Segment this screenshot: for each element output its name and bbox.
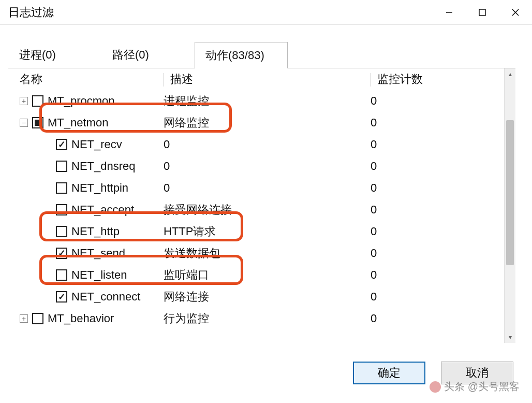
expand-icon[interactable]: + (20, 97, 28, 105)
scroll-down-icon[interactable]: ▾ (505, 332, 516, 343)
tab-path[interactable]: 路径(0) (101, 41, 195, 68)
ok-button[interactable]: 确定 (353, 362, 425, 384)
table-row[interactable]: NET_send发送数据包0 (8, 242, 504, 264)
cell-name: NET_send (8, 247, 164, 260)
checkbox[interactable] (56, 139, 67, 150)
maximize-icon (479, 9, 486, 16)
cell-desc: 网络连接 (164, 289, 371, 305)
cell-count: 0 (371, 94, 490, 108)
checkbox[interactable] (56, 204, 67, 215)
cell-count: 0 (371, 290, 490, 304)
cell-count: 0 (371, 116, 490, 129)
row-name-label: NET_listen (71, 268, 127, 282)
rows-container: +MT_procmon进程监控0−MT_netmon网络监控0NET_recv0… (8, 90, 504, 329)
row-name-label: NET_recv (71, 138, 122, 151)
cell-name: NET_listen (8, 268, 164, 282)
expander-spacer (43, 140, 52, 149)
collapse-icon[interactable]: − (20, 119, 28, 127)
cancel-button[interactable]: 取消 (441, 362, 513, 384)
cell-name: +MT_behavior (8, 312, 164, 325)
cell-count: 0 (371, 138, 490, 151)
checkbox[interactable] (32, 117, 43, 128)
cell-name: NET_accept (8, 203, 164, 217)
window-controls (433, 0, 532, 24)
checkbox[interactable] (56, 226, 67, 237)
table-row[interactable]: NET_connect网络连接0 (8, 286, 504, 308)
expander-spacer (43, 162, 52, 170)
cell-count: 0 (371, 312, 490, 325)
expander-spacer (43, 206, 52, 214)
table-row[interactable]: NET_dnsreq00 (8, 155, 504, 177)
expand-icon[interactable]: + (20, 314, 28, 323)
filter-list: 名称 描述 监控计数 +MT_procmon进程监控0−MT_netmon网络监… (8, 68, 515, 343)
tab-strip: 进程(0) 路径(0) 动作(83/83) (8, 41, 515, 68)
checkbox[interactable] (56, 182, 67, 194)
scroll-thumb[interactable] (506, 120, 514, 265)
minimize-icon (446, 9, 453, 16)
table-row[interactable]: NET_listen监听端口0 (8, 264, 504, 286)
checkbox[interactable] (56, 291, 67, 303)
row-name-label: NET_http (71, 225, 120, 238)
cell-name: NET_dnsreq (8, 160, 164, 173)
cell-count: 0 (371, 247, 490, 260)
row-name-label: NET_send (71, 247, 125, 260)
header-count[interactable]: 监控计数 (371, 71, 490, 87)
expander-spacer (43, 271, 52, 279)
vertical-scrollbar[interactable]: ▴ ▾ (504, 68, 515, 343)
row-name-label: NET_accept (71, 203, 134, 217)
column-headers: 名称 描述 监控计数 (8, 68, 504, 90)
table-row[interactable]: NET_recv00 (8, 134, 504, 155)
cell-count: 0 (371, 160, 490, 173)
row-name-label: NET_httpin (71, 181, 128, 195)
checkbox[interactable] (32, 95, 43, 107)
row-name-label: MT_behavior (48, 312, 114, 325)
table-row[interactable]: NET_httpin00 (8, 177, 504, 199)
table-row[interactable]: −MT_netmon网络监控0 (8, 112, 504, 134)
row-name-label: MT_netmon (48, 116, 108, 129)
table-row[interactable]: +MT_behavior行为监控0 (8, 308, 504, 329)
tab-process[interactable]: 进程(0) (8, 41, 101, 68)
cell-name: NET_httpin (8, 181, 164, 195)
window-title: 日志过滤 (8, 5, 54, 20)
cell-name: +MT_procmon (8, 94, 164, 108)
cell-desc: HTTP请求 (164, 224, 371, 239)
expander-spacer (43, 249, 52, 257)
cell-desc: 网络监控 (164, 115, 371, 131)
cell-count: 0 (371, 268, 490, 282)
checkbox[interactable] (56, 161, 67, 172)
close-icon (512, 9, 519, 16)
cell-name: NET_recv (8, 138, 164, 151)
table-row[interactable]: +MT_procmon进程监控0 (8, 90, 504, 112)
maximize-button[interactable] (466, 0, 499, 25)
cell-desc: 0 (164, 181, 371, 195)
cell-desc: 接受网络连接 (164, 202, 371, 218)
header-name[interactable]: 名称 (8, 71, 164, 87)
checkbox[interactable] (32, 313, 43, 324)
cell-desc: 发送数据包 (164, 246, 371, 261)
table-row[interactable]: NET_httpHTTP请求0 (8, 221, 504, 242)
close-button[interactable] (499, 0, 532, 25)
cell-desc: 0 (164, 160, 371, 173)
header-desc[interactable]: 描述 (164, 71, 371, 87)
cell-desc: 监听端口 (164, 267, 371, 283)
table-row[interactable]: NET_accept接受网络连接0 (8, 199, 504, 221)
cell-count: 0 (371, 225, 490, 238)
row-name-label: NET_dnsreq (71, 160, 136, 173)
cell-desc: 0 (164, 138, 371, 151)
cell-count: 0 (371, 203, 490, 217)
cell-name: NET_http (8, 225, 164, 238)
cell-name: −MT_netmon (8, 116, 164, 129)
scroll-up-icon[interactable]: ▴ (505, 68, 516, 80)
row-name-label: NET_connect (71, 290, 140, 304)
cell-count: 0 (371, 181, 490, 195)
tab-action[interactable]: 动作(83/83) (195, 42, 288, 68)
row-name-label: MT_procmon (48, 94, 115, 108)
cell-desc: 行为监控 (164, 311, 371, 326)
cell-name: NET_connect (8, 290, 164, 304)
minimize-button[interactable] (433, 0, 466, 25)
checkbox[interactable] (56, 269, 67, 281)
cell-desc: 进程监控 (164, 93, 371, 109)
expander-spacer (43, 184, 52, 192)
checkbox[interactable] (56, 248, 67, 259)
expander-spacer (43, 293, 52, 301)
